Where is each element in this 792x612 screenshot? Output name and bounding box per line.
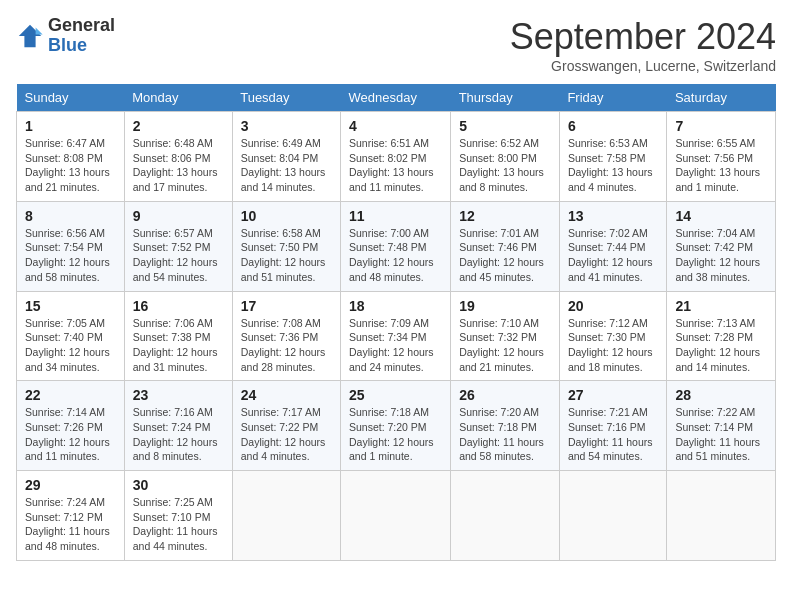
day-number: 13: [568, 208, 659, 224]
day-number: 18: [349, 298, 442, 314]
day-number: 20: [568, 298, 659, 314]
calendar-cell: 17Sunrise: 7:08 AMSunset: 7:36 PMDayligh…: [232, 291, 340, 381]
day-number: 12: [459, 208, 551, 224]
calendar-header: SundayMondayTuesdayWednesdayThursdayFrid…: [17, 84, 776, 112]
day-number: 16: [133, 298, 224, 314]
calendar-cell: 16Sunrise: 7:06 AMSunset: 7:38 PMDayligh…: [124, 291, 232, 381]
location: Grosswangen, Lucerne, Switzerland: [510, 58, 776, 74]
calendar-cell: [232, 471, 340, 561]
day-detail: Sunrise: 7:12 AMSunset: 7:30 PMDaylight:…: [568, 317, 653, 373]
day-number: 5: [459, 118, 551, 134]
calendar-cell: 6Sunrise: 6:53 AMSunset: 7:58 PMDaylight…: [559, 112, 667, 202]
day-detail: Sunrise: 7:08 AMSunset: 7:36 PMDaylight:…: [241, 317, 326, 373]
day-detail: Sunrise: 7:10 AMSunset: 7:32 PMDaylight:…: [459, 317, 544, 373]
calendar-cell: 18Sunrise: 7:09 AMSunset: 7:34 PMDayligh…: [340, 291, 450, 381]
day-detail: Sunrise: 6:51 AMSunset: 8:02 PMDaylight:…: [349, 137, 434, 193]
svg-marker-0: [19, 25, 41, 47]
day-detail: Sunrise: 7:16 AMSunset: 7:24 PMDaylight:…: [133, 406, 218, 462]
day-detail: Sunrise: 7:05 AMSunset: 7:40 PMDaylight:…: [25, 317, 110, 373]
day-detail: Sunrise: 7:18 AMSunset: 7:20 PMDaylight:…: [349, 406, 434, 462]
day-number: 8: [25, 208, 116, 224]
calendar-cell: 9Sunrise: 6:57 AMSunset: 7:52 PMDaylight…: [124, 201, 232, 291]
calendar-cell: 20Sunrise: 7:12 AMSunset: 7:30 PMDayligh…: [559, 291, 667, 381]
logo: General Blue: [16, 16, 115, 56]
day-number: 4: [349, 118, 442, 134]
calendar-table: SundayMondayTuesdayWednesdayThursdayFrid…: [16, 84, 776, 561]
calendar-cell: 7Sunrise: 6:55 AMSunset: 7:56 PMDaylight…: [667, 112, 776, 202]
calendar-cell: 22Sunrise: 7:14 AMSunset: 7:26 PMDayligh…: [17, 381, 125, 471]
month-title: September 2024: [510, 16, 776, 58]
week-row-3: 15Sunrise: 7:05 AMSunset: 7:40 PMDayligh…: [17, 291, 776, 381]
day-detail: Sunrise: 6:58 AMSunset: 7:50 PMDaylight:…: [241, 227, 326, 283]
calendar-cell: 26Sunrise: 7:20 AMSunset: 7:18 PMDayligh…: [451, 381, 560, 471]
weekday-friday: Friday: [559, 84, 667, 112]
calendar-cell: 4Sunrise: 6:51 AMSunset: 8:02 PMDaylight…: [340, 112, 450, 202]
logo-icon: [16, 22, 44, 50]
day-detail: Sunrise: 6:52 AMSunset: 8:00 PMDaylight:…: [459, 137, 544, 193]
logo-text: General Blue: [48, 16, 115, 56]
calendar-cell: 3Sunrise: 6:49 AMSunset: 8:04 PMDaylight…: [232, 112, 340, 202]
calendar-cell: 12Sunrise: 7:01 AMSunset: 7:46 PMDayligh…: [451, 201, 560, 291]
calendar-cell: 24Sunrise: 7:17 AMSunset: 7:22 PMDayligh…: [232, 381, 340, 471]
logo-blue: Blue: [48, 36, 115, 56]
day-number: 15: [25, 298, 116, 314]
day-number: 17: [241, 298, 332, 314]
calendar-cell: 1Sunrise: 6:47 AMSunset: 8:08 PMDaylight…: [17, 112, 125, 202]
day-number: 19: [459, 298, 551, 314]
weekday-tuesday: Tuesday: [232, 84, 340, 112]
day-number: 24: [241, 387, 332, 403]
day-number: 27: [568, 387, 659, 403]
calendar-cell: 8Sunrise: 6:56 AMSunset: 7:54 PMDaylight…: [17, 201, 125, 291]
weekday-header-row: SundayMondayTuesdayWednesdayThursdayFrid…: [17, 84, 776, 112]
day-number: 3: [241, 118, 332, 134]
day-number: 9: [133, 208, 224, 224]
header: General Blue September 2024 Grosswangen,…: [16, 16, 776, 74]
calendar-cell: [451, 471, 560, 561]
day-detail: Sunrise: 7:22 AMSunset: 7:14 PMDaylight:…: [675, 406, 760, 462]
day-detail: Sunrise: 6:53 AMSunset: 7:58 PMDaylight:…: [568, 137, 653, 193]
day-detail: Sunrise: 7:01 AMSunset: 7:46 PMDaylight:…: [459, 227, 544, 283]
calendar-cell: 27Sunrise: 7:21 AMSunset: 7:16 PMDayligh…: [559, 381, 667, 471]
calendar-cell: 25Sunrise: 7:18 AMSunset: 7:20 PMDayligh…: [340, 381, 450, 471]
day-number: 10: [241, 208, 332, 224]
calendar-cell: 11Sunrise: 7:00 AMSunset: 7:48 PMDayligh…: [340, 201, 450, 291]
day-number: 21: [675, 298, 767, 314]
calendar-cell: [559, 471, 667, 561]
week-row-2: 8Sunrise: 6:56 AMSunset: 7:54 PMDaylight…: [17, 201, 776, 291]
day-number: 23: [133, 387, 224, 403]
title-area: September 2024 Grosswangen, Lucerne, Swi…: [510, 16, 776, 74]
calendar-cell: 19Sunrise: 7:10 AMSunset: 7:32 PMDayligh…: [451, 291, 560, 381]
calendar-cell: 10Sunrise: 6:58 AMSunset: 7:50 PMDayligh…: [232, 201, 340, 291]
weekday-sunday: Sunday: [17, 84, 125, 112]
day-detail: Sunrise: 7:17 AMSunset: 7:22 PMDaylight:…: [241, 406, 326, 462]
weekday-saturday: Saturday: [667, 84, 776, 112]
week-row-5: 29Sunrise: 7:24 AMSunset: 7:12 PMDayligh…: [17, 471, 776, 561]
calendar-cell: 13Sunrise: 7:02 AMSunset: 7:44 PMDayligh…: [559, 201, 667, 291]
day-detail: Sunrise: 7:24 AMSunset: 7:12 PMDaylight:…: [25, 496, 110, 552]
calendar-cell: 23Sunrise: 7:16 AMSunset: 7:24 PMDayligh…: [124, 381, 232, 471]
calendar-cell: 21Sunrise: 7:13 AMSunset: 7:28 PMDayligh…: [667, 291, 776, 381]
calendar-cell: 30Sunrise: 7:25 AMSunset: 7:10 PMDayligh…: [124, 471, 232, 561]
day-number: 29: [25, 477, 116, 493]
day-number: 25: [349, 387, 442, 403]
day-number: 28: [675, 387, 767, 403]
weekday-thursday: Thursday: [451, 84, 560, 112]
day-number: 30: [133, 477, 224, 493]
logo-general: General: [48, 16, 115, 36]
calendar-cell: 29Sunrise: 7:24 AMSunset: 7:12 PMDayligh…: [17, 471, 125, 561]
day-detail: Sunrise: 6:55 AMSunset: 7:56 PMDaylight:…: [675, 137, 760, 193]
day-number: 2: [133, 118, 224, 134]
week-row-4: 22Sunrise: 7:14 AMSunset: 7:26 PMDayligh…: [17, 381, 776, 471]
calendar-cell: 5Sunrise: 6:52 AMSunset: 8:00 PMDaylight…: [451, 112, 560, 202]
calendar-cell: 2Sunrise: 6:48 AMSunset: 8:06 PMDaylight…: [124, 112, 232, 202]
calendar-body: 1Sunrise: 6:47 AMSunset: 8:08 PMDaylight…: [17, 112, 776, 561]
day-number: 7: [675, 118, 767, 134]
day-detail: Sunrise: 7:25 AMSunset: 7:10 PMDaylight:…: [133, 496, 218, 552]
calendar-cell: 28Sunrise: 7:22 AMSunset: 7:14 PMDayligh…: [667, 381, 776, 471]
day-number: 14: [675, 208, 767, 224]
day-number: 26: [459, 387, 551, 403]
day-number: 22: [25, 387, 116, 403]
day-detail: Sunrise: 6:56 AMSunset: 7:54 PMDaylight:…: [25, 227, 110, 283]
weekday-wednesday: Wednesday: [340, 84, 450, 112]
day-detail: Sunrise: 7:02 AMSunset: 7:44 PMDaylight:…: [568, 227, 653, 283]
